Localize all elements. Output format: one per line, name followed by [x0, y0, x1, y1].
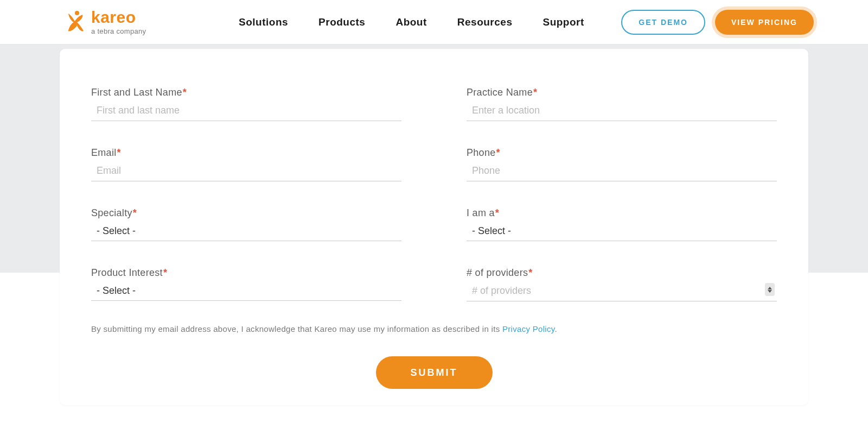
brand-tagline: a tebra company — [91, 28, 146, 35]
email-input[interactable] — [91, 162, 401, 181]
get-demo-button[interactable]: GET DEMO — [621, 10, 705, 35]
label-role: I am a* — [467, 207, 777, 219]
role-select[interactable]: - Select - — [467, 222, 777, 241]
field-practice: Practice Name* — [467, 87, 777, 121]
field-email: Email* — [91, 147, 401, 181]
providers-input[interactable] — [467, 282, 777, 301]
product-select[interactable]: - Select - — [91, 282, 401, 301]
field-name: First and Last Name* — [91, 87, 401, 121]
number-stepper[interactable] — [765, 283, 775, 296]
name-input[interactable] — [91, 102, 401, 121]
required-mark: * — [496, 147, 500, 158]
nav-products[interactable]: Products — [318, 16, 365, 28]
svg-point-0 — [75, 11, 79, 15]
consent-text: By submitting my email address above, I … — [91, 324, 777, 333]
label-name: First and Last Name* — [91, 87, 401, 98]
label-product: Product Interest* — [91, 267, 401, 279]
required-mark: * — [528, 267, 532, 278]
practice-input[interactable] — [467, 102, 777, 121]
label-providers: # of providers* — [467, 267, 777, 279]
view-pricing-button[interactable]: VIEW PRICING — [715, 10, 814, 35]
privacy-policy-link[interactable]: Privacy Policy — [502, 324, 554, 333]
brand-name: kareo — [91, 9, 146, 26]
lead-form-card: First and Last Name* Practice Name* Emai… — [60, 49, 808, 405]
label-practice: Practice Name* — [467, 87, 777, 98]
nav-resources[interactable]: Resources — [457, 16, 513, 28]
field-specialty: Specialty* - Select - — [91, 207, 401, 241]
chevron-up-icon — [768, 287, 772, 289]
specialty-select[interactable]: - Select - — [91, 222, 401, 241]
brand-logo[interactable]: kareo a tebra company — [65, 9, 206, 35]
label-email: Email* — [91, 147, 401, 159]
phone-input[interactable] — [467, 162, 777, 181]
nav-support[interactable]: Support — [542, 16, 584, 28]
logo-icon — [65, 10, 86, 34]
field-phone: Phone* — [467, 147, 777, 181]
required-mark: * — [495, 207, 499, 218]
field-role: I am a* - Select - — [467, 207, 777, 241]
required-mark: * — [533, 87, 537, 98]
submit-button[interactable]: SUBMIT — [376, 356, 493, 389]
field-product: Product Interest* - Select - — [91, 267, 401, 301]
field-providers: # of providers* — [467, 267, 777, 301]
label-specialty: Specialty* — [91, 207, 401, 219]
main-nav: Solutions Products About Resources Suppo… — [239, 16, 584, 28]
site-header: kareo a tebra company Solutions Products… — [0, 0, 868, 45]
chevron-down-icon — [768, 290, 772, 293]
label-phone: Phone* — [467, 147, 777, 159]
required-mark: * — [133, 207, 137, 218]
required-mark: * — [163, 267, 167, 278]
nav-solutions[interactable]: Solutions — [239, 16, 288, 28]
nav-about[interactable]: About — [395, 16, 426, 28]
required-mark: * — [183, 87, 187, 98]
required-mark: * — [117, 147, 121, 158]
